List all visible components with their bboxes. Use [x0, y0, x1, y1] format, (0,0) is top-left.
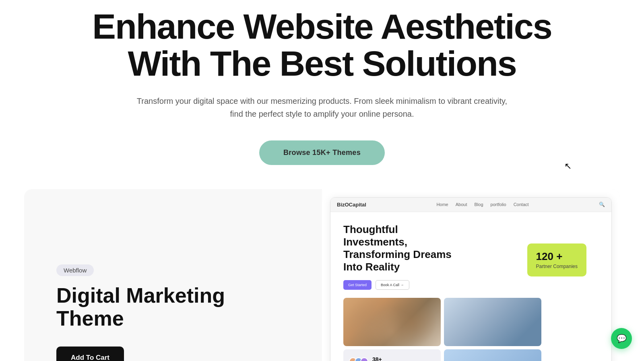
preview-bottom-image	[444, 349, 541, 361]
preview-brand: BizOCapital	[337, 202, 366, 208]
preview-images	[343, 298, 541, 346]
nav-blog: Blog	[474, 202, 483, 207]
hero-subtitle: Transform your digital space with our me…	[131, 95, 513, 120]
card-right-panel: BizOCapital Home About Blog portfolio Co…	[322, 189, 620, 361]
chat-bubble-button[interactable]: 💬	[611, 328, 632, 349]
hero-section: Enhance Website Aesthetics With The Best…	[0, 0, 644, 189]
nav-about: About	[456, 202, 467, 207]
preview-person-image	[444, 298, 541, 346]
headline-line1: Thoughtful Investments,	[343, 223, 407, 248]
add-to-cart-button[interactable]: Add To Cart	[56, 347, 124, 361]
preview-book-call-btn[interactable]: Book A Call →	[376, 280, 409, 290]
partner-stat-number: 120 +	[536, 251, 578, 262]
webflow-badge: Webflow	[56, 264, 94, 276]
theme-title: Digital Marketing Theme	[56, 284, 290, 330]
preview-left-col: Thoughtful Investments, Transforming Dre…	[343, 223, 541, 361]
nav-home: Home	[436, 202, 448, 207]
preview-buttons: Get Started Book A Call →	[343, 280, 541, 290]
avatar-3	[360, 357, 368, 361]
preview-content: Thoughtful Investments, Transforming Dre…	[330, 212, 611, 361]
browser-preview: BizOCapital Home About Blog portfolio Co…	[330, 197, 612, 361]
browser-bar: BizOCapital Home About Blog portfolio Co…	[330, 198, 611, 212]
product-card-section: Webflow Digital Marketing Theme Add To C…	[24, 189, 620, 361]
browser-nav: Home About Blog portfolio Contact	[436, 202, 528, 207]
preview-bottom-stats: 38+ Economic Experts	[343, 349, 541, 361]
hero-title: Enhance Website Aesthetics With The Best…	[80, 8, 564, 83]
card-left-panel: Webflow Digital Marketing Theme Add To C…	[24, 189, 322, 361]
headline-line2: Transforming Dreams	[343, 248, 452, 260]
experts-number: 38+	[372, 356, 402, 361]
preview-headline: Thoughtful Investments, Transforming Dre…	[343, 223, 464, 274]
preview-get-started-btn[interactable]: Get Started	[343, 280, 372, 290]
preview-inner-layout: Thoughtful Investments, Transforming Dre…	[343, 223, 599, 361]
hero-title-line2: With The Best Solutions	[128, 43, 516, 83]
preview-meeting-image	[343, 298, 441, 346]
search-icon: 🔍	[599, 202, 605, 207]
mini-avatars	[349, 357, 368, 361]
nav-portfolio: portfolio	[491, 202, 506, 207]
chat-icon: 💬	[617, 334, 627, 343]
headline-line3: Into Reality	[343, 261, 400, 273]
preview-right-col: 120 + Partner Companies	[546, 223, 599, 361]
hero-title-line1: Enhance Website Aesthetics	[92, 6, 551, 46]
experts-stat-card: 38+ Economic Experts	[343, 349, 441, 361]
partner-stat-box: 120 + Partner Companies	[527, 243, 586, 277]
browse-themes-button[interactable]: Browse 15K+ Themes	[259, 140, 385, 165]
partner-stat-label: Partner Companies	[536, 264, 578, 269]
nav-contact: Contact	[514, 202, 529, 207]
experts-stat-text: 38+ Economic Experts	[372, 356, 402, 361]
